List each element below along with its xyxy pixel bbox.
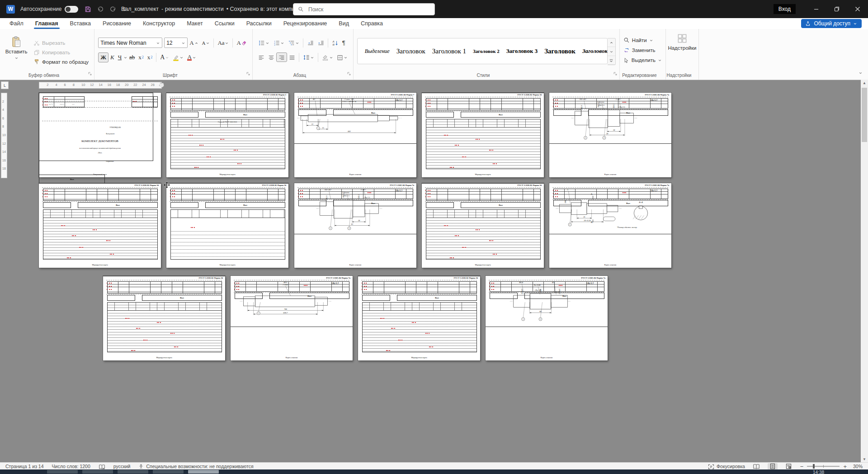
tab-layout[interactable]: Макет <box>181 18 208 29</box>
clear-formatting-button[interactable]: А <box>235 38 248 47</box>
multilevel-list-button[interactable] <box>286 38 301 47</box>
style-item-4[interactable]: Заголовок 2 <box>473 48 500 54</box>
shading-button[interactable] <box>320 53 335 62</box>
page-indicator[interactable]: Страница 1 из 14 <box>5 464 44 469</box>
document-page-1[interactable]: Изм. №ПодписьДатаВалУТВЕРЖДАЮКонсультант… <box>39 93 161 177</box>
addins-button[interactable]: Надстройки <box>670 33 695 51</box>
replace-button[interactable]: Заменить <box>623 45 662 55</box>
sort-button[interactable]: АЯ <box>330 38 340 47</box>
document-page-14[interactable]: ГОСТ 3.1105-84 Форма 7аВал√Ra 6.3R0.4Ra … <box>486 276 608 360</box>
tab-help[interactable]: Справка <box>355 18 389 29</box>
font-size-select[interactable]: 12 <box>164 38 188 48</box>
document-page-8[interactable]: ГОСТ 3.1105-84 Форма 7аВал√Ra 6.30.6×45°… <box>294 183 416 268</box>
taskbar-app-button-5[interactable] <box>188 470 219 474</box>
document-page-3[interactable]: ГОСТ 3.1105-84 Форма 7Вал√Ra 6.345°2 отв… <box>294 93 416 177</box>
text-effects-button[interactable]: А <box>158 53 171 62</box>
tab-design[interactable]: Конструктор <box>137 18 181 29</box>
tab-references[interactable]: Ссылки <box>209 18 241 29</box>
tab-home[interactable]: Главная <box>29 18 64 29</box>
zoom-level[interactable]: 30% <box>853 464 863 469</box>
document-page-2[interactable]: ГОСТ 3.1118-82 Форма 1ВалСталь 45 ГОСТ 1… <box>166 93 288 177</box>
style-item-2[interactable]: Заголовок <box>396 47 425 55</box>
line-spacing-button[interactable] <box>301 53 316 62</box>
focus-mode-button[interactable]: Фокусировка <box>708 463 745 469</box>
word-count[interactable]: Число слов: 1200 <box>52 464 90 469</box>
superscript-button[interactable]: x2 <box>146 53 155 62</box>
undo-icon[interactable] <box>97 6 104 13</box>
print-layout-button[interactable] <box>768 463 778 470</box>
taskbar-app-button-3[interactable] <box>118 470 148 474</box>
style-item-5[interactable]: Заголовок 3 <box>506 47 538 55</box>
scrollbar-thumb[interactable] <box>862 88 867 142</box>
minimize-button[interactable] <box>806 0 826 18</box>
styles-dialog-launcher[interactable] <box>613 69 618 77</box>
vertical-scrollbar[interactable]: ▲ ▼ <box>861 80 868 462</box>
change-case-button[interactable]: Аа <box>216 38 231 47</box>
taskbar-app-button-2[interactable] <box>82 470 113 474</box>
tab-insert[interactable]: Вставка <box>64 18 97 29</box>
document-page-12[interactable]: ГОСТ 3.1105-84 Форма 7аВал√Ra 6.3Ø252 от… <box>231 276 353 360</box>
justify-button[interactable] <box>287 53 297 62</box>
align-right-button[interactable] <box>276 52 287 62</box>
zoom-in-button[interactable]: + <box>843 463 847 470</box>
align-left-button[interactable] <box>256 53 266 62</box>
chevron-down-icon[interactable] <box>123 53 127 62</box>
decrease-indent-button[interactable] <box>305 38 316 47</box>
redo-icon[interactable] <box>109 6 117 13</box>
taskbar-app-button-4[interactable] <box>153 470 184 474</box>
close-button[interactable] <box>847 0 868 18</box>
copy-button[interactable]: Копировать <box>32 48 90 57</box>
document-page-6[interactable]: ГОСТ 3.1118-82 Форма 1бВалМаршрутная кар… <box>39 183 161 268</box>
word-app-icon[interactable]: W <box>6 5 15 14</box>
increase-indent-button[interactable] <box>316 38 326 47</box>
search-input[interactable] <box>307 6 409 13</box>
accessibility-status[interactable]: Специальные возможности: не поддерживают… <box>138 463 253 469</box>
paste-button[interactable]: Вставить <box>4 36 29 71</box>
read-mode-button[interactable] <box>751 463 761 470</box>
zoom-slider-thumb[interactable] <box>813 464 815 469</box>
gallery-scroll-up-button[interactable] <box>608 38 615 47</box>
zoom-out-button[interactable]: − <box>800 463 804 470</box>
format-painter-button[interactable]: Формат по образцу <box>32 58 90 66</box>
document-page-5[interactable]: ГОСТ 3.1105-84 Форма 7аВал√Ra 6.30.6×45°… <box>549 93 671 177</box>
search-box[interactable] <box>293 3 435 15</box>
find-button[interactable]: Найти <box>623 35 662 45</box>
tab-mailings[interactable]: Рассылки <box>241 18 278 29</box>
language-indicator[interactable]: русский <box>113 464 131 469</box>
tab-draw[interactable]: Рисование <box>97 18 137 29</box>
document-page-9[interactable]: ГОСТ 3.1118-82 Форма 1бВалМаршрутная кар… <box>422 183 544 268</box>
shrink-font-button[interactable]: А <box>200 38 212 47</box>
tab-view[interactable]: Вид <box>333 18 355 29</box>
tab-review[interactable]: Рецензирование <box>278 18 333 29</box>
zoom-slider-track[interactable] <box>807 466 840 467</box>
bold-button[interactable]: Ж <box>98 52 108 62</box>
tab-file[interactable]: Файл <box>4 18 29 29</box>
document-page-13[interactable]: ГОСТ 3.1118-82 Форма 1бВалМаршрутная кар… <box>358 276 480 360</box>
autosave-toggle[interactable] <box>65 6 78 13</box>
borders-button[interactable] <box>335 53 349 62</box>
style-item-6[interactable]: Заголовок <box>544 47 576 55</box>
collapse-ribbon-button[interactable] <box>859 69 863 77</box>
grow-font-button[interactable]: А <box>188 38 200 47</box>
subscript-button[interactable]: x2 <box>137 53 146 62</box>
show-formatting-button[interactable]: ¶ <box>340 38 347 47</box>
style-item-3[interactable]: Заголовок 1 <box>432 47 466 55</box>
tab-selector[interactable]: L <box>1 81 9 89</box>
document-page-10[interactable]: ГОСТ 3.1105-84 Форма 7аВал√Ra 6.3А2530×0… <box>549 183 671 268</box>
gallery-more-button[interactable] <box>608 56 615 65</box>
style-item-7[interactable]: Заголовок 5 <box>582 47 608 55</box>
align-center-button[interactable] <box>266 53 276 62</box>
strikethrough-button[interactable]: ab <box>127 53 137 62</box>
document-page-7[interactable]: ГОСТ 3.1118-82 Форма 1бВалМаршрутная кар… <box>166 183 288 268</box>
proofing-errors-icon[interactable] <box>99 463 105 469</box>
cut-button[interactable]: Вырезать <box>32 39 90 47</box>
clipboard-dialog-launcher[interactable] <box>88 69 92 77</box>
font-dialog-launcher[interactable] <box>246 69 250 77</box>
select-button[interactable]: Выделить <box>623 55 662 65</box>
style-item-1[interactable]: Выделение <box>365 48 390 55</box>
underline-button[interactable]: Ч <box>116 53 123 62</box>
font-family-select[interactable]: Times New Roman <box>98 38 162 48</box>
text-highlight-button[interactable] <box>171 52 185 62</box>
web-layout-button[interactable] <box>784 463 794 470</box>
numbering-button[interactable]: 123 <box>271 38 286 47</box>
